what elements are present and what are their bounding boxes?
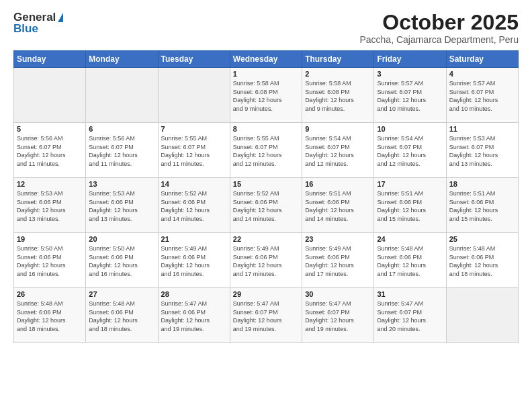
day-number: 3	[377, 70, 443, 78]
day-number: 9	[305, 125, 371, 133]
day-info: Sunrise: 5:57 AM Sunset: 6:07 PM Dayligh…	[449, 79, 515, 113]
day-cell: 25Sunrise: 5:48 AM Sunset: 6:06 PM Dayli…	[446, 233, 518, 288]
day-number: 21	[161, 235, 227, 243]
day-cell: 10Sunrise: 5:54 AM Sunset: 6:07 PM Dayli…	[374, 123, 446, 178]
day-cell: 24Sunrise: 5:48 AM Sunset: 6:06 PM Dayli…	[374, 233, 446, 288]
day-cell: 22Sunrise: 5:49 AM Sunset: 6:06 PM Dayli…	[230, 233, 302, 288]
day-cell: 21Sunrise: 5:49 AM Sunset: 6:06 PM Dayli…	[158, 233, 230, 288]
day-cell: 19Sunrise: 5:50 AM Sunset: 6:06 PM Dayli…	[14, 233, 86, 288]
day-info: Sunrise: 5:49 AM Sunset: 6:06 PM Dayligh…	[233, 244, 299, 278]
day-info: Sunrise: 5:52 AM Sunset: 6:06 PM Dayligh…	[161, 189, 227, 223]
day-header-thursday: Thursday	[302, 51, 374, 68]
day-cell: 17Sunrise: 5:51 AM Sunset: 6:06 PM Dayli…	[374, 178, 446, 233]
day-info: Sunrise: 5:54 AM Sunset: 6:07 PM Dayligh…	[377, 134, 443, 168]
day-cell: 4Sunrise: 5:57 AM Sunset: 6:07 PM Daylig…	[446, 68, 518, 123]
day-number: 30	[305, 290, 371, 298]
day-number: 5	[17, 125, 83, 133]
day-cell: 30Sunrise: 5:47 AM Sunset: 6:07 PM Dayli…	[302, 288, 374, 343]
day-cell: 11Sunrise: 5:53 AM Sunset: 6:07 PM Dayli…	[446, 123, 518, 178]
day-cell: 12Sunrise: 5:53 AM Sunset: 6:06 PM Dayli…	[14, 178, 86, 233]
day-number: 16	[305, 180, 371, 188]
day-info: Sunrise: 5:47 AM Sunset: 6:06 PM Dayligh…	[161, 300, 227, 333]
day-cell: 18Sunrise: 5:51 AM Sunset: 6:06 PM Dayli…	[446, 178, 518, 233]
day-cell: 20Sunrise: 5:50 AM Sunset: 6:06 PM Dayli…	[86, 233, 158, 288]
day-cell: 9Sunrise: 5:54 AM Sunset: 6:07 PM Daylig…	[302, 123, 374, 178]
day-info: Sunrise: 5:54 AM Sunset: 6:07 PM Dayligh…	[305, 134, 371, 168]
day-number: 12	[17, 180, 83, 188]
day-number: 10	[377, 125, 443, 133]
day-header-monday: Monday	[86, 51, 158, 68]
day-info: Sunrise: 5:56 AM Sunset: 6:07 PM Dayligh…	[89, 134, 154, 168]
day-cell: 6Sunrise: 5:56 AM Sunset: 6:07 PM Daylig…	[86, 123, 158, 178]
day-info: Sunrise: 5:48 AM Sunset: 6:06 PM Dayligh…	[377, 244, 443, 278]
day-info: Sunrise: 5:53 AM Sunset: 6:06 PM Dayligh…	[89, 189, 154, 223]
day-cell: 31Sunrise: 5:47 AM Sunset: 6:07 PM Dayli…	[374, 288, 446, 343]
day-info: Sunrise: 5:48 AM Sunset: 6:06 PM Dayligh…	[17, 300, 83, 333]
day-info: Sunrise: 5:47 AM Sunset: 6:07 PM Dayligh…	[233, 300, 299, 333]
day-cell: 26Sunrise: 5:48 AM Sunset: 6:06 PM Dayli…	[14, 288, 86, 343]
day-info: Sunrise: 5:48 AM Sunset: 6:06 PM Dayligh…	[449, 244, 515, 278]
day-info: Sunrise: 5:48 AM Sunset: 6:06 PM Dayligh…	[89, 300, 154, 333]
week-row-1: 1Sunrise: 5:58 AM Sunset: 6:08 PM Daylig…	[14, 68, 519, 123]
calendar-container: General Blue October 2025 Paccha, Cajama…	[0, 0, 532, 411]
day-number: 23	[305, 235, 371, 243]
day-cell: 13Sunrise: 5:53 AM Sunset: 6:06 PM Dayli…	[86, 178, 158, 233]
day-info: Sunrise: 5:52 AM Sunset: 6:06 PM Dayligh…	[233, 189, 299, 223]
logo-blue-text: Blue	[13, 23, 63, 36]
day-number: 6	[89, 125, 154, 133]
day-info: Sunrise: 5:55 AM Sunset: 6:07 PM Dayligh…	[161, 134, 227, 168]
day-cell: 7Sunrise: 5:55 AM Sunset: 6:07 PM Daylig…	[158, 123, 230, 178]
week-row-2: 5Sunrise: 5:56 AM Sunset: 6:07 PM Daylig…	[14, 123, 519, 178]
day-cell: 27Sunrise: 5:48 AM Sunset: 6:06 PM Dayli…	[86, 288, 158, 343]
day-header-saturday: Saturday	[446, 51, 518, 68]
day-number: 18	[449, 180, 515, 188]
day-number: 20	[89, 235, 154, 243]
day-cell: 5Sunrise: 5:56 AM Sunset: 6:07 PM Daylig…	[14, 123, 86, 178]
day-cell: 2Sunrise: 5:58 AM Sunset: 6:08 PM Daylig…	[302, 68, 374, 123]
day-number: 22	[233, 235, 299, 243]
week-row-5: 26Sunrise: 5:48 AM Sunset: 6:06 PM Dayli…	[14, 288, 519, 343]
day-number: 25	[449, 235, 515, 243]
title-block: October 2025 Paccha, Cajamarca Departmen…	[359, 11, 519, 45]
day-info: Sunrise: 5:58 AM Sunset: 6:08 PM Dayligh…	[233, 79, 299, 113]
day-info: Sunrise: 5:47 AM Sunset: 6:07 PM Dayligh…	[377, 300, 443, 333]
day-info: Sunrise: 5:53 AM Sunset: 6:06 PM Dayligh…	[17, 189, 83, 223]
day-number: 14	[161, 180, 227, 188]
calendar-table: SundayMondayTuesdayWednesdayThursdayFrid…	[13, 50, 519, 343]
days-header-row: SundayMondayTuesdayWednesdayThursdayFrid…	[14, 51, 519, 68]
day-number: 15	[233, 180, 299, 188]
day-cell: 28Sunrise: 5:47 AM Sunset: 6:06 PM Dayli…	[158, 288, 230, 343]
day-number: 17	[377, 180, 443, 188]
day-number: 27	[89, 290, 154, 298]
day-number: 4	[449, 70, 515, 78]
day-info: Sunrise: 5:51 AM Sunset: 6:06 PM Dayligh…	[377, 189, 443, 223]
day-cell: 15Sunrise: 5:52 AM Sunset: 6:06 PM Dayli…	[230, 178, 302, 233]
day-header-friday: Friday	[374, 51, 446, 68]
day-number: 19	[17, 235, 83, 243]
day-number: 29	[233, 290, 299, 298]
logo: General Blue	[13, 11, 63, 35]
day-number: 1	[233, 70, 299, 78]
day-info: Sunrise: 5:56 AM Sunset: 6:07 PM Dayligh…	[17, 134, 83, 168]
day-number: 28	[161, 290, 227, 298]
day-cell: 23Sunrise: 5:49 AM Sunset: 6:06 PM Dayli…	[302, 233, 374, 288]
day-cell	[158, 68, 230, 123]
day-number: 2	[305, 70, 371, 78]
day-number: 8	[233, 125, 299, 133]
day-number: 11	[449, 125, 515, 133]
day-cell	[446, 288, 518, 343]
day-cell: 3Sunrise: 5:57 AM Sunset: 6:07 PM Daylig…	[374, 68, 446, 123]
day-info: Sunrise: 5:49 AM Sunset: 6:06 PM Dayligh…	[305, 244, 371, 278]
day-header-tuesday: Tuesday	[158, 51, 230, 68]
day-cell: 8Sunrise: 5:55 AM Sunset: 6:07 PM Daylig…	[230, 123, 302, 178]
day-number: 13	[89, 180, 154, 188]
day-header-wednesday: Wednesday	[230, 51, 302, 68]
day-info: Sunrise: 5:57 AM Sunset: 6:07 PM Dayligh…	[377, 79, 443, 113]
location: Paccha, Cajamarca Department, Peru	[359, 34, 519, 45]
day-cell: 1Sunrise: 5:58 AM Sunset: 6:08 PM Daylig…	[230, 68, 302, 123]
day-info: Sunrise: 5:50 AM Sunset: 6:06 PM Dayligh…	[17, 244, 83, 278]
day-number: 26	[17, 290, 83, 298]
day-info: Sunrise: 5:51 AM Sunset: 6:06 PM Dayligh…	[449, 189, 515, 223]
day-cell	[86, 68, 158, 123]
calendar-header: General Blue October 2025 Paccha, Cajama…	[13, 11, 519, 45]
